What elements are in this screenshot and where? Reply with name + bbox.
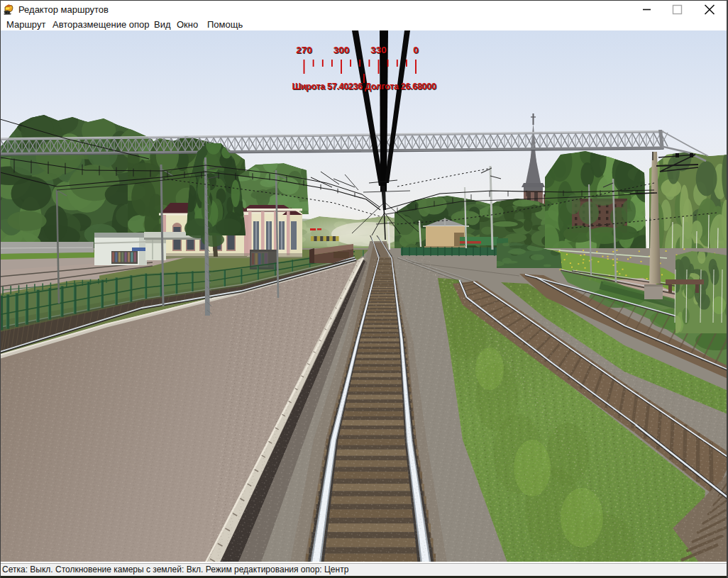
svg-text:270: 270 <box>296 45 312 55</box>
svg-text:Широта 57.40236 Долгота 26.680: Широта 57.40236 Долгота 26.68000 <box>292 82 436 91</box>
svg-text:300: 300 <box>333 45 350 55</box>
svg-text:330: 330 <box>370 45 387 55</box>
svg-text:0: 0 <box>413 45 419 55</box>
